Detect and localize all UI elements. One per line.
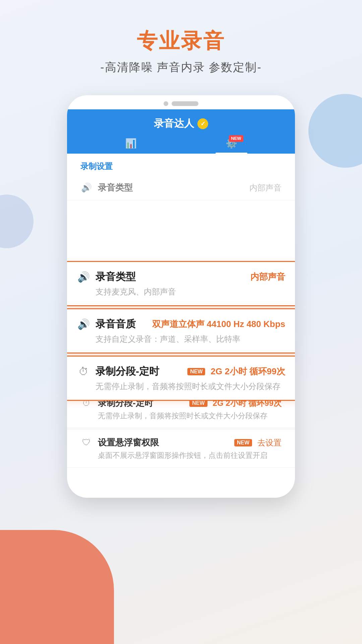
recording-quality-label: 录音音质 [96,317,147,331]
recording-type-label: 录音类型 [96,270,245,284]
page-title: 专业录音 [0,27,362,55]
segment-timer-icon: ⏱ [77,366,90,377]
settings-section-label: 录制设置 [67,154,295,175]
lower-shield-icon: 🛡 [80,437,93,448]
badge-checkmark-icon: ✓ [200,120,205,127]
recording-type-icon: 🔊 [77,271,90,283]
lower-item-row-2: 🛡 设置悬浮窗权限 NEW 去设置 [80,437,282,448]
tab-recordings[interactable]: 📊 [115,135,147,154]
phone-speaker-pill [172,101,198,106]
lower-floating-value: 去设置 [257,437,282,448]
tab-gear-wrapper: ⚙️ NEW [226,138,237,149]
phone-mockup: 录音达人 ✓ 📊 ⚙️ NEW 录制设置 [67,95,295,498]
app-header: 录音达人 ✓ 📊 ⚙️ NEW [67,109,295,154]
page-subtitle: -高清降噪 声音内录 参数定制- [0,60,362,75]
app-title-badge: ✓ [197,118,208,129]
highlight-card-row-2: 🔊 录音音质 双声道立体声 44100 Hz 480 Kbps [77,317,285,331]
phone-top-bar [67,95,295,109]
preview-setting-label: 录音类型 [98,182,244,194]
tab-new-badge: NEW [229,135,243,142]
segment-timer-value: 2G 2小时 循环99次 [210,366,285,377]
recording-quality-icon: 🔊 [77,318,90,330]
preview-setting-icon: 🔊 [80,182,93,193]
highlight-card-recording-type[interactable]: 🔊 录音类型 内部声音 支持麦克风、内部声音 [67,261,295,306]
segment-timer-new-tag: NEW [187,368,205,375]
phone-wrapper: 录音达人 ✓ 📊 ⚙️ NEW 录制设置 [0,95,362,498]
lower-floating-new-tag: NEW [234,439,252,446]
tab-settings[interactable]: ⚙️ NEW [216,135,247,154]
phone-camera-dot [164,101,168,106]
lower-item-floating-window[interactable]: 🛡 设置悬浮窗权限 NEW 去设置 桌面不展示悬浮窗圆形操作按钮，点击前往设置开… [67,430,295,468]
segment-timer-label: 录制分段-定时 [96,365,179,378]
phone-content: 录制设置 🔊 录音类型 内部声音 🔊 录音类型 内部声音 [67,154,295,468]
highlight-card-row-1: 🔊 录音类型 内部声音 [77,270,285,284]
recording-type-value: 内部声音 [250,271,285,283]
page-header: 专业录音 -高清降噪 声音内录 参数定制- [0,0,362,89]
preview-setting-item: 🔊 录音类型 内部声音 [67,175,295,201]
bg-shape-bottom-left [0,530,114,644]
recording-quality-value: 双声道立体声 44100 Hz 480 Kbps [152,318,285,330]
highlight-card-segment-timer[interactable]: ⏱ 录制分段-定时 NEW 2G 2小时 循环99次 无需停止录制，音频将按照时… [67,356,295,401]
recording-type-desc: 支持麦克风、内部声音 [77,286,285,297]
app-title-row: 录音达人 ✓ [80,117,282,135]
preview-setting-row: 🔊 录音类型 内部声音 [80,182,282,194]
recording-quality-desc: 支持自定义录音：声道、采样率、比特率 [77,334,285,344]
lower-floating-label: 设置悬浮窗权限 [98,437,226,448]
highlight-card-recording-quality[interactable]: 🔊 录音音质 双声道立体声 44100 Hz 480 Kbps 支持自定义录音：… [67,308,295,354]
lower-floating-desc: 桌面不展示悬浮窗圆形操作按钮，点击前往设置开启 [80,450,282,461]
tab-recordings-icon: 📊 [125,138,137,149]
lower-segment-desc: 无需停止录制，音频将按照时长或文件大小分段保存 [80,411,282,421]
segment-timer-desc: 无需停止录制，音频将按照时长或文件大小分段保存 [77,381,285,392]
highlight-cards: 🔊 录音类型 内部声音 支持麦克风、内部声音 🔊 录音音质 双声道立体声 441… [67,261,295,403]
preview-setting-value: 内部声音 [249,182,282,193]
app-title: 录音达人 [154,117,194,130]
highlight-card-row-3: ⏱ 录制分段-定时 NEW 2G 2小时 循环99次 [77,365,285,378]
app-tabs: 📊 ⚙️ NEW [80,135,282,154]
